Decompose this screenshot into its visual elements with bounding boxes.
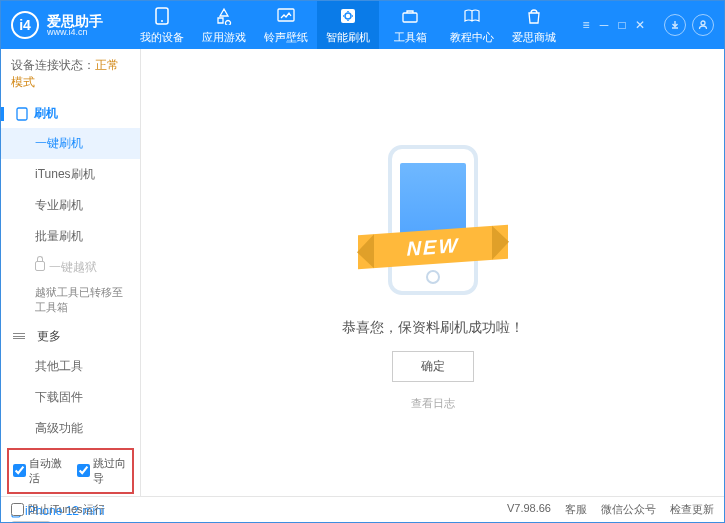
side-download-firmware[interactable]: 下载固件 — [1, 382, 140, 413]
svg-point-1 — [161, 20, 163, 22]
side-advanced[interactable]: 高级功能 — [1, 413, 140, 444]
section-label: 更多 — [37, 328, 61, 345]
sidebar-section-more[interactable]: 更多 — [1, 322, 140, 351]
list-icon — [13, 333, 25, 339]
nav-my-device[interactable]: 我的设备 — [131, 1, 193, 49]
new-ribbon: NEW — [358, 224, 508, 268]
nav-apps-games[interactable]: 应用游戏 — [193, 1, 255, 49]
wallpaper-icon — [276, 6, 296, 26]
nav-ringtone-wallpaper[interactable]: 铃声壁纸 — [255, 1, 317, 49]
nav-tutorial-center[interactable]: 教程中心 — [441, 1, 503, 49]
side-pro-flash[interactable]: 专业刷机 — [1, 190, 140, 221]
jailbreak-note: 越狱工具已转移至工具箱 — [35, 285, 130, 316]
main-content: NEW 恭喜您，保资料刷机成功啦！ 确定 查看日志 — [141, 49, 724, 496]
menu-icon[interactable]: ≡ — [580, 20, 592, 30]
logo-icon: i4 — [11, 11, 39, 39]
connection-status: 设备连接状态：正常模式 — [1, 49, 140, 99]
close-icon[interactable]: ✕ — [634, 20, 646, 30]
side-one-click-flash[interactable]: 一键刷机 — [1, 128, 140, 159]
nav-label: 铃声壁纸 — [264, 30, 308, 45]
nav-label: 爱思商城 — [512, 30, 556, 45]
side-other-tools[interactable]: 其他工具 — [1, 351, 140, 382]
skip-guide-checkbox[interactable]: 跳过向导 — [77, 456, 129, 486]
flash-icon — [338, 6, 358, 26]
side-itunes-flash[interactable]: iTunes刷机 — [1, 159, 140, 190]
statusbar: 阻止iTunes运行 V7.98.66 客服 微信公众号 检查更新 — [1, 496, 724, 522]
success-message: 恭喜您，保资料刷机成功啦！ — [342, 319, 524, 337]
lock-icon — [35, 261, 45, 271]
nav-label: 教程中心 — [450, 30, 494, 45]
book-icon — [462, 6, 482, 26]
maximize-icon[interactable]: □ — [616, 20, 628, 30]
nav-label: 我的设备 — [140, 30, 184, 45]
user-button[interactable] — [692, 14, 714, 36]
brand-url: www.i4.cn — [47, 28, 103, 37]
sidebar-section-flash[interactable]: 刷机 — [1, 99, 140, 128]
options-box: 自动激活 跳过向导 — [7, 448, 134, 494]
svg-rect-6 — [17, 108, 27, 120]
brand-name: 爱思助手 — [47, 14, 103, 28]
footer-wechat[interactable]: 微信公众号 — [601, 502, 656, 517]
footer-support[interactable]: 客服 — [565, 502, 587, 517]
nav-store[interactable]: 爱思商城 — [503, 1, 565, 49]
toolbox-icon — [400, 6, 420, 26]
success-illustration: NEW — [368, 135, 498, 305]
download-button[interactable] — [664, 14, 686, 36]
side-batch-flash[interactable]: 批量刷机 — [1, 221, 140, 252]
nav-toolbox[interactable]: 工具箱 — [379, 1, 441, 49]
block-itunes-checkbox[interactable]: 阻止iTunes运行 — [11, 502, 105, 517]
svg-point-5 — [701, 21, 705, 25]
nav-label: 应用游戏 — [202, 30, 246, 45]
side-jailbreak: 一键越狱 — [1, 252, 140, 283]
top-nav: 我的设备 应用游戏 铃声壁纸 智能刷机 工具箱 教程中心 爱思商城 — [131, 1, 580, 49]
footer-version: V7.98.66 — [507, 502, 551, 517]
app-window: i4 爱思助手 www.i4.cn 我的设备 应用游戏 铃声壁纸 智能刷机 工具… — [0, 0, 725, 523]
bag-icon — [524, 6, 544, 26]
minimize-icon[interactable]: ─ — [598, 20, 610, 30]
nav-smart-flash[interactable]: 智能刷机 — [317, 1, 379, 49]
footer-check-update[interactable]: 检查更新 — [670, 502, 714, 517]
view-log-link[interactable]: 查看日志 — [411, 396, 455, 411]
nav-label: 智能刷机 — [326, 30, 370, 45]
titlebar: i4 爱思助手 www.i4.cn 我的设备 应用游戏 铃声壁纸 智能刷机 工具… — [1, 1, 724, 49]
sidebar: 设备连接状态：正常模式 刷机 一键刷机 iTunes刷机 专业刷机 批量刷机 一… — [1, 49, 141, 496]
phone-icon — [152, 6, 172, 26]
app-icon — [214, 6, 234, 26]
svg-rect-2 — [278, 9, 294, 21]
brand: i4 爱思助手 www.i4.cn — [11, 11, 131, 39]
phone-small-icon — [16, 107, 28, 121]
ok-button[interactable]: 确定 — [392, 351, 474, 382]
window-controls: ≡ ─ □ ✕ — [580, 14, 714, 36]
auto-activate-checkbox[interactable]: 自动激活 — [13, 456, 65, 486]
svg-rect-4 — [403, 13, 417, 22]
nav-label: 工具箱 — [394, 30, 427, 45]
section-label: 刷机 — [34, 105, 58, 122]
